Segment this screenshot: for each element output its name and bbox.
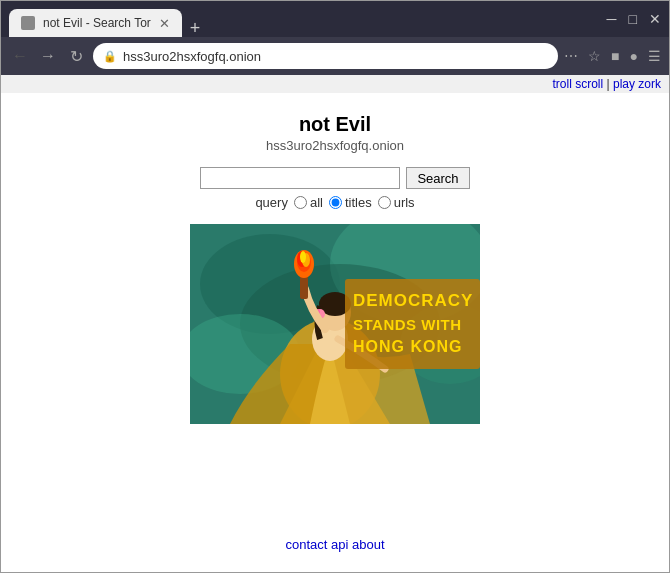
site-subtitle: hss3uro2hsxfogfq.onion [266, 138, 404, 153]
footer-links: contact api about [285, 537, 384, 572]
urls-radio-label[interactable]: urls [378, 195, 415, 210]
titles-radio[interactable] [329, 196, 342, 209]
search-area: Search [200, 167, 469, 189]
browser-tab[interactable]: not Evil - Search Tor ✕ [9, 9, 182, 37]
api-link[interactable]: api [331, 537, 348, 552]
more-options-icon[interactable]: ⋯ [564, 48, 578, 64]
back-button[interactable]: ← [9, 47, 31, 65]
tab-favicon [21, 16, 35, 30]
search-button[interactable]: Search [406, 167, 469, 189]
svg-text:STANDS WITH: STANDS WITH [353, 316, 462, 333]
play-zork-link[interactable]: play zork [613, 77, 661, 91]
tab-close-button[interactable]: ✕ [159, 16, 170, 31]
urls-radio[interactable] [378, 196, 391, 209]
address-bar: ← → ↻ 🔒 hss3uro2hsxfogfq.onion ⋯ ☆ ■ ● ☰ [1, 37, 669, 75]
poster-image: DEMOCRACY STANDS WITH HONG KONG [190, 224, 480, 424]
svg-point-18 [300, 251, 306, 263]
about-link[interactable]: about [352, 537, 385, 552]
bookmark-icon[interactable]: ☆ [588, 48, 601, 64]
troll-scroll-link[interactable]: troll scroll [553, 77, 604, 91]
page-content: not Evil hss3uro2hsxfogfq.onion Search q… [1, 93, 669, 572]
poster-svg: DEMOCRACY STANDS WITH HONG KONG [190, 224, 480, 424]
tab-area: not Evil - Search Tor ✕ + [9, 1, 200, 37]
query-label: query [255, 195, 288, 210]
all-radio[interactable] [294, 196, 307, 209]
address-bar-input[interactable]: 🔒 hss3uro2hsxfogfq.onion [93, 43, 558, 69]
address-bar-right: ⋯ ☆ ■ ● ☰ [564, 48, 661, 64]
close-button[interactable]: ✕ [649, 11, 661, 27]
minimize-button[interactable]: ─ [607, 11, 617, 27]
menu-icon[interactable]: ☰ [648, 48, 661, 64]
top-right-links: troll scroll | play zork [1, 75, 669, 93]
titles-radio-label[interactable]: titles [329, 195, 372, 210]
all-radio-label[interactable]: all [294, 195, 323, 210]
extensions-icon[interactable]: ● [630, 48, 638, 64]
urls-label: urls [394, 195, 415, 210]
browser-window: not Evil - Search Tor ✕ + ─ □ ✕ ← → ↻ 🔒 … [0, 0, 670, 573]
title-bar: not Evil - Search Tor ✕ + ─ □ ✕ [1, 1, 669, 37]
all-label: all [310, 195, 323, 210]
titles-label: titles [345, 195, 372, 210]
new-tab-button[interactable]: + [190, 19, 201, 37]
contact-link[interactable]: contact [285, 537, 327, 552]
tab-title: not Evil - Search Tor [43, 16, 151, 30]
search-input[interactable] [200, 167, 400, 189]
svg-text:HONG KONG: HONG KONG [353, 338, 462, 355]
title-bar-controls: ─ □ ✕ [607, 11, 661, 27]
maximize-button[interactable]: □ [629, 11, 637, 27]
search-options: query all titles urls [255, 195, 414, 210]
lock-icon: 🔒 [103, 50, 117, 63]
reader-icon[interactable]: ■ [611, 48, 619, 64]
svg-text:DEMOCRACY: DEMOCRACY [353, 291, 473, 310]
address-text: hss3uro2hsxfogfq.onion [123, 49, 261, 64]
site-title: not Evil [299, 113, 371, 136]
forward-button[interactable]: → [37, 47, 59, 65]
refresh-button[interactable]: ↻ [65, 47, 87, 66]
